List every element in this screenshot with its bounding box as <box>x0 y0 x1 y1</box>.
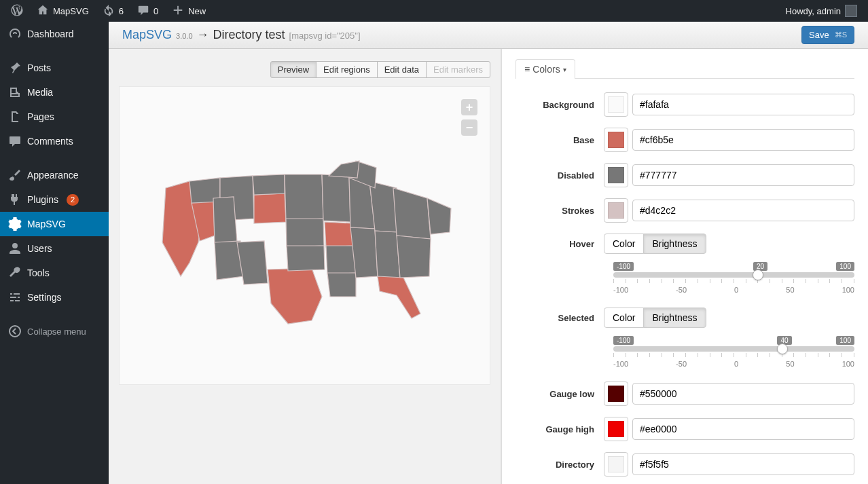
refresh-icon <box>103 4 115 18</box>
comment-icon <box>137 4 149 18</box>
gauge-high-swatch[interactable] <box>604 417 628 441</box>
hover-brightness-btn[interactable]: Brightness <box>643 234 706 254</box>
media-icon <box>8 86 22 99</box>
strokes-swatch[interactable] <box>604 198 628 223</box>
usa-map-icon <box>152 141 458 331</box>
version-text: 3.0.0 <box>176 32 192 40</box>
howdy-text: Howdy, admin <box>786 6 841 16</box>
plus-icon <box>172 4 184 18</box>
site-name-link[interactable]: MapSVG <box>31 0 94 22</box>
tab-edit-regions[interactable]: Edit regions <box>316 61 378 78</box>
menu-label: Plugins <box>27 194 58 205</box>
updates-link[interactable]: 6 <box>97 0 129 22</box>
new-link[interactable]: New <box>166 0 211 22</box>
gauge-high-input[interactable] <box>632 418 854 440</box>
hover-slider-handle[interactable] <box>753 269 763 280</box>
menu-pages[interactable]: Pages <box>0 105 109 129</box>
menu-media[interactable]: Media <box>0 80 109 105</box>
save-button[interactable]: Save⌘S <box>801 26 854 44</box>
base-label: Base <box>516 135 604 145</box>
comments-link[interactable]: 0 <box>132 0 164 22</box>
zoom-out-button[interactable]: − <box>461 119 477 136</box>
zoom-in-button[interactable]: + <box>461 99 477 115</box>
menu-comments[interactable]: Comments <box>0 129 109 153</box>
menu-users[interactable]: Users <box>0 236 109 261</box>
menu-label: Media <box>27 87 53 98</box>
directory-input[interactable] <box>632 453 854 475</box>
selected-brightness-btn[interactable]: Brightness <box>643 308 706 328</box>
menu-tools[interactable]: Tools <box>0 261 109 285</box>
menu-label: Settings <box>27 292 62 303</box>
wordpress-icon <box>11 4 23 18</box>
breadcrumb-arrow: → <box>197 28 209 42</box>
hamburger-icon: ≡ <box>524 64 530 75</box>
menu-label: Appearance <box>27 170 79 181</box>
disabled-input[interactable] <box>632 164 854 186</box>
tab-preview[interactable]: Preview <box>270 61 317 78</box>
menu-mapsvg[interactable]: MapSVG <box>0 212 109 236</box>
menu-settings[interactable]: Settings <box>0 285 109 310</box>
dashboard-icon <box>8 27 22 41</box>
caret-down-icon: ▾ <box>563 66 566 73</box>
save-label: Save <box>809 30 829 40</box>
wp-logo[interactable] <box>5 0 29 22</box>
svg-point-0 <box>10 326 20 337</box>
brush-icon <box>8 168 22 182</box>
bg-input[interactable] <box>632 94 854 115</box>
user-icon <box>8 242 22 255</box>
gauge-low-input[interactable] <box>632 383 854 405</box>
base-swatch[interactable] <box>604 128 628 152</box>
hover-slider[interactable]: -10020100 -100-50050100 <box>613 262 854 294</box>
my-account[interactable]: Howdy, admin <box>780 0 863 22</box>
bg-swatch[interactable] <box>604 92 628 117</box>
slider-max-badge: 100 <box>836 336 854 345</box>
avatar-icon <box>845 5 857 17</box>
gauge-low-label: Gauge low <box>516 389 604 399</box>
strokes-label: Strokes <box>516 206 604 216</box>
save-shortcut: ⌘S <box>835 31 847 39</box>
tab-edit-data[interactable]: Edit data <box>377 61 427 78</box>
selected-label: Selected <box>516 313 604 323</box>
selected-color-btn[interactable]: Color <box>604 308 644 328</box>
pages-icon <box>8 110 22 124</box>
collapse-text: Collapse menu <box>27 327 86 337</box>
panel-tab-label: Colors <box>532 64 560 75</box>
plug-icon <box>8 193 22 206</box>
brand-link[interactable]: MapSVG <box>122 28 172 42</box>
wp-sidebar: Dashboard Posts Media Pages Comments App… <box>0 22 109 484</box>
strokes-input[interactable] <box>632 200 854 221</box>
menu-dashboard[interactable]: Dashboard <box>0 22 109 46</box>
collapse-icon <box>8 324 22 338</box>
menu-appearance[interactable]: Appearance <box>0 163 109 187</box>
slider-max-badge: 100 <box>836 262 854 271</box>
slider-min-badge: -100 <box>613 336 634 345</box>
menu-posts[interactable]: Posts <box>0 56 109 80</box>
comments-count: 0 <box>153 6 158 16</box>
selected-slider[interactable]: -10040100 -100-50050100 <box>613 336 854 368</box>
slider-min-badge: -100 <box>613 262 634 271</box>
page-title: Directory test <box>213 28 285 42</box>
menu-label: MapSVG <box>27 219 66 229</box>
hover-label: Hover <box>516 239 604 249</box>
disabled-swatch[interactable] <box>604 163 628 187</box>
sliders-icon <box>8 291 22 304</box>
directory-swatch[interactable] <box>604 452 628 477</box>
new-text: New <box>188 6 206 16</box>
wp-admin-bar: MapSVG 6 0 New Howdy, admin <box>0 0 868 22</box>
view-mode-tabs: Preview Edit regions Edit data Edit mark… <box>270 61 490 78</box>
gauge-low-swatch[interactable] <box>604 381 628 406</box>
site-name-text: MapSVG <box>53 6 89 16</box>
disabled-label: Disabled <box>516 170 604 181</box>
wrench-icon <box>8 266 22 280</box>
collapse-menu[interactable]: Collapse menu <box>0 319 109 343</box>
shortcode-text: [mapsvg id="205"] <box>289 31 361 41</box>
menu-plugins[interactable]: Plugins2 <box>0 187 109 212</box>
hover-color-btn[interactable]: Color <box>604 234 644 254</box>
menu-label: Posts <box>27 62 51 73</box>
map-preview[interactable]: + − <box>119 86 490 385</box>
tab-edit-markers[interactable]: Edit markers <box>426 61 490 78</box>
selected-slider-handle[interactable] <box>777 343 788 354</box>
menu-label: Tools <box>27 267 50 278</box>
colors-tab[interactable]: ≡ Colors ▾ <box>516 59 575 79</box>
base-input[interactable] <box>632 129 854 151</box>
